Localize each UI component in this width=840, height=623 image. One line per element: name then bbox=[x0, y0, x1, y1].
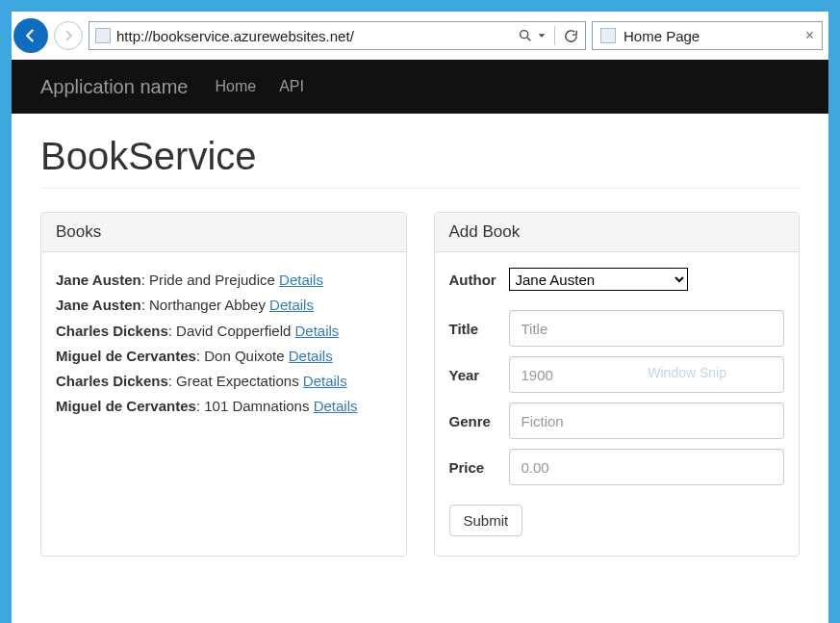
browser-chrome: http://bookservice.azurewebsites.net/ Ho… bbox=[12, 12, 828, 60]
close-icon[interactable]: × bbox=[805, 27, 814, 44]
book-item: Miguel de Cervantes: Don Quixote Details bbox=[56, 344, 392, 369]
genre-label: Genre bbox=[449, 413, 509, 429]
author-select[interactable]: Jane Austen bbox=[509, 268, 688, 291]
svg-line-1 bbox=[527, 38, 530, 40]
address-bar[interactable]: http://bookservice.azurewebsites.net/ bbox=[89, 21, 586, 50]
details-link[interactable]: Details bbox=[303, 373, 347, 389]
page-title: BookService bbox=[40, 135, 800, 178]
address-controls bbox=[518, 26, 579, 45]
book-author: Charles Dickens bbox=[56, 323, 168, 339]
book-list: Jane Austen: Pride and Prejudice Details… bbox=[56, 268, 392, 420]
svg-point-0 bbox=[521, 31, 528, 39]
details-link[interactable]: Details bbox=[294, 323, 339, 339]
page-icon bbox=[600, 28, 616, 43]
book-item: Charles Dickens: Great Expectations Deta… bbox=[56, 369, 392, 394]
price-input[interactable] bbox=[509, 449, 785, 485]
add-book-panel: Add Book Author Jane Austen Title bbox=[434, 212, 801, 557]
book-author: Miguel de Cervantes bbox=[56, 348, 196, 364]
tab-title: Home Page bbox=[624, 28, 805, 44]
nav-link-api[interactable]: API bbox=[279, 78, 304, 95]
price-label: Price bbox=[449, 459, 509, 476]
book-author: Jane Austen bbox=[56, 297, 141, 313]
nav-link-home[interactable]: Home bbox=[215, 78, 256, 95]
book-item: Jane Austen: Pride and Prejudice Details bbox=[56, 268, 392, 293]
navbar-brand[interactable]: Application name bbox=[40, 76, 188, 98]
browser-tab[interactable]: Home Page × bbox=[592, 21, 823, 50]
genre-input[interactable] bbox=[509, 402, 785, 439]
details-link[interactable]: Details bbox=[289, 348, 333, 364]
year-input[interactable] bbox=[509, 356, 785, 393]
details-link[interactable]: Details bbox=[269, 297, 314, 313]
page-viewport: Application name Home API BookService Bo… bbox=[12, 60, 828, 623]
divider bbox=[40, 188, 800, 189]
dropdown-icon[interactable] bbox=[537, 31, 547, 40]
search-icon[interactable] bbox=[518, 28, 533, 43]
navbar: Application name Home API bbox=[12, 60, 828, 114]
details-link[interactable]: Details bbox=[279, 272, 323, 288]
page-icon bbox=[95, 28, 111, 43]
year-label: Year bbox=[449, 367, 509, 383]
books-panel: Books Jane Austen: Pride and Prejudice D… bbox=[40, 212, 407, 557]
url-text: http://bookservice.azurewebsites.net/ bbox=[116, 28, 518, 44]
submit-button[interactable]: Submit bbox=[449, 505, 523, 536]
back-button[interactable] bbox=[13, 18, 48, 53]
title-label: Title bbox=[449, 321, 509, 337]
book-item: Jane Austen: Northanger Abbey Details bbox=[56, 293, 392, 318]
book-author: Jane Austen bbox=[56, 272, 141, 288]
author-label: Author bbox=[449, 272, 509, 288]
books-heading: Books bbox=[41, 213, 406, 252]
book-author: Charles Dickens bbox=[56, 373, 168, 389]
title-input[interactable] bbox=[509, 310, 785, 347]
refresh-icon[interactable] bbox=[563, 28, 579, 44]
forward-button[interactable] bbox=[54, 21, 83, 50]
book-item: Charles Dickens: David Copperfield Detai… bbox=[56, 319, 392, 344]
add-book-heading: Add Book bbox=[435, 213, 800, 252]
book-item: Miguel de Cervantes: 101 Damnations Deta… bbox=[56, 394, 392, 419]
book-author: Miguel de Cervantes bbox=[56, 398, 196, 414]
details-link[interactable]: Details bbox=[314, 398, 358, 414]
